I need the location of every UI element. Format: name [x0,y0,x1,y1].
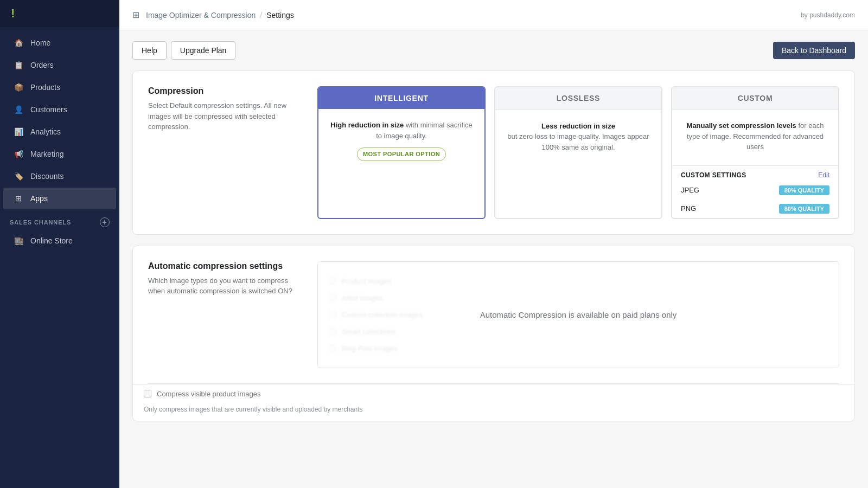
automatic-overlay-text: Automatic Compression is available on pa… [480,310,677,319]
png-quality-badge: 80% QUALITY [779,204,829,214]
sidebar-item-marketing[interactable]: 📢 Marketing [3,143,116,165]
custom-body: Manually set compression levels for each… [672,110,838,163]
automatic-label-col: Automatic compression settings Which ima… [148,261,300,368]
compression-section-card: Compression Select Default compression s… [132,70,855,235]
automatic-content: Product Images Artist Images Custom coll… [317,261,839,368]
sidebar-item-products[interactable]: 📦 Products [3,76,116,98]
lossless-body-strong: Less reduction in size [541,121,615,132]
main-content: ⊞ Image Optimizer & Compression / Settin… [119,0,868,488]
topbar: ⊞ Image Optimizer & Compression / Settin… [119,0,868,30]
sidebar-label-home: Home [30,38,50,47]
sales-channels-label: SALES CHANNELS+ [0,210,119,229]
sidebar-item-orders[interactable]: 📋 Orders [3,54,116,76]
sidebar-label-discounts: Discounts [30,172,63,181]
custom-settings-label: CUSTOM SETTINGS [681,171,746,179]
sidebar-label-customers: Customers [30,105,67,114]
topbar-right: by pushdaddy.com [801,11,855,19]
automatic-section-card: Automatic compression settings Which ima… [132,246,855,421]
automatic-overlay: Automatic Compression is available on pa… [318,262,839,368]
automatic-section-inner: Automatic compression settings Which ima… [133,246,854,383]
compress-visible-checkbox[interactable] [144,390,151,397]
breadcrumb-separator: / [260,11,262,20]
intelligent-card[interactable]: INTELLIGENT High reduction in size with … [317,86,486,219]
sidebar-item-customers[interactable]: 👤 Customers [3,99,116,120]
sidebar-logo: ! [0,0,119,27]
breadcrumb: ⊞ Image Optimizer & Compression / Settin… [132,10,294,20]
orders-icon: 📋 [13,60,24,70]
compress-visible-row: Compress visible product images [133,384,854,403]
jpeg-label: JPEG [681,186,699,194]
sidebar-item-analytics[interactable]: 📊 Analytics [3,121,116,143]
home-icon: 🏠 [13,37,24,48]
png-quality-row: PNG 80% QUALITY [672,200,838,218]
sidebar-label-apps: Apps [30,194,48,203]
action-bar: Help Upgrade Plan Back to Dashboard [132,41,855,60]
customers-icon: 👤 [13,104,24,115]
compression-options: INTELLIGENT High reduction in size with … [317,86,839,219]
analytics-icon: 📊 [13,126,24,137]
automatic-desc: Which image types do you want to compres… [148,275,300,297]
products-icon: 📦 [13,82,24,93]
custom-settings-bar: CUSTOM SETTINGS Edit [672,165,838,181]
custom-settings-edit-link[interactable]: Edit [818,171,829,179]
topbar-by-text: by pushdaddy.com [801,11,855,19]
lossless-body-rest: but zero loss to image quality. Images a… [504,131,653,152]
intelligent-body-strong: High reduction in size [330,121,404,129]
apps-breadcrumb-icon: ⊞ [132,10,139,20]
png-label: PNG [681,204,696,213]
lossless-header: LOSSLESS [495,87,661,110]
compress-visible-label: Compress visible product images [157,390,260,398]
upgrade-plan-button[interactable]: Upgrade Plan [171,41,236,60]
sidebar-label-orders: Orders [30,61,54,69]
intelligent-body: High reduction in size with minimal sacr… [318,109,484,172]
compression-label-col: Compression Select Default compression s… [148,86,300,219]
custom-body-strong: Manually set compression levels [687,121,796,130]
back-to-dashboard-button[interactable]: Back to Dashboard [773,42,855,59]
intelligent-header: INTELLIGENT [318,87,484,109]
sidebar-item-apps[interactable]: ⊞ Apps [3,188,116,209]
shopify-logo-icon: ! [11,7,15,21]
marketing-icon: 📢 [13,149,24,159]
popular-badge: MOST POPULAR OPTION [357,147,446,161]
sidebar: ! 🏠 Home 📋 Orders 📦 Products 👤 Customers… [0,0,119,488]
apps-icon: ⊞ [13,193,24,204]
compression-section-inner: Compression Select Default compression s… [133,71,854,234]
sidebar-label-marketing: Marketing [30,150,63,158]
help-button[interactable]: Help [132,41,167,60]
jpeg-quality-badge: 80% QUALITY [779,185,829,195]
custom-card[interactable]: CUSTOM Manually set compression levels f… [671,86,839,219]
sidebar-label-products: Products [30,83,60,92]
page-content: Help Upgrade Plan Back to Dashboard Comp… [119,30,868,443]
breadcrumb-current: Settings [266,11,294,20]
sidebar-label-online-store: Online Store [30,236,73,245]
compress-visible-sub: Only compress images that are currently … [133,403,854,421]
lossless-body: Less reduction in size but zero loss to … [495,110,661,164]
sidebar-item-discounts[interactable]: 🏷️ Discounts [3,165,116,187]
action-buttons: Help Upgrade Plan [132,41,235,60]
discounts-icon: 🏷️ [13,171,24,182]
compression-desc: Select Default compression settings. All… [148,100,300,132]
sidebar-nav: 🏠 Home 📋 Orders 📦 Products 👤 Customers 📊… [0,27,119,488]
add-sales-channel-button[interactable]: + [100,217,110,227]
sidebar-item-home[interactable]: 🏠 Home [3,32,116,54]
sidebar-label-analytics: Analytics [30,127,61,136]
jpeg-quality-row: JPEG 80% QUALITY [672,181,838,200]
custom-header: CUSTOM [672,87,838,110]
sidebar-item-online-store[interactable]: 🏬 Online Store [3,230,116,252]
lossless-card[interactable]: LOSSLESS Less reduction in size but zero… [494,86,662,219]
breadcrumb-app: Image Optimizer & Compression [146,11,256,20]
compression-title: Compression [148,86,300,96]
online-store-icon: 🏬 [13,235,24,246]
automatic-title: Automatic compression settings [148,261,300,271]
